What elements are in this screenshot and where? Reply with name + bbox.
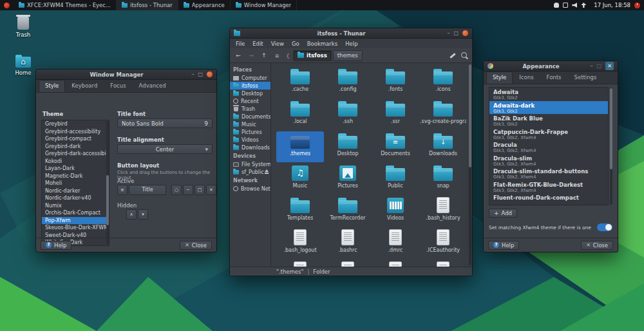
file-view-scroll-thumb[interactable] (469, 64, 471, 167)
title-alignment-combo[interactable]: Center ▼ (117, 144, 213, 154)
help-button[interactable]: ? Help (41, 241, 71, 250)
file-item[interactable]: Public (372, 164, 419, 194)
wm-theme-item[interactable]: Moheli (42, 180, 109, 187)
breadcrumb-current[interactable]: itsfoss (293, 50, 332, 61)
style-theme-item[interactable]: BaZik Dark Blue Gtk3, Gtk2 (489, 114, 608, 128)
wm-tab[interactable]: Focus (104, 80, 132, 92)
stick-button[interactable]: ○ (171, 185, 182, 195)
file-item[interactable]: .fonts (372, 67, 419, 98)
sidebar-item[interactable]: Videos (230, 136, 270, 144)
edit-path-icon[interactable] (448, 50, 458, 61)
taskbar-button[interactable]: Window Manager (231, 0, 297, 10)
style-theme-item[interactable]: Adwaita Gtk3, Gtk2 (489, 88, 608, 101)
title-font-button[interactable]: Noto Sans Bold 9 (117, 118, 213, 128)
file-item[interactable]: ↓ Downloads (419, 131, 467, 162)
wm-theme-item[interactable]: Layan-Dark (42, 165, 109, 173)
minimize-icon[interactable]: – (447, 31, 450, 36)
volume-icon[interactable] (572, 3, 577, 8)
display-icon[interactable] (563, 3, 568, 8)
sidebar-item[interactable]: Recent (230, 97, 270, 105)
style-theme-item[interactable]: Dracula-slim Gtk3, Gtk2, Xfwm4 (489, 154, 608, 167)
sidebar-item[interactable]: Trash (230, 105, 270, 113)
wm-titlebar[interactable]: Window Manager – □ (36, 70, 216, 80)
menubar-item[interactable]: View (268, 41, 287, 47)
file-view-scrollbar[interactable] (469, 64, 471, 265)
wm-theme-item[interactable]: Orchis-Dark-Compact (42, 209, 109, 217)
taskbar-button[interactable]: Appearance (178, 0, 231, 10)
file-item[interactable]: snap (419, 164, 467, 194)
file-item[interactable]: Pictures (324, 164, 372, 194)
shade-button[interactable]: ∧ (126, 209, 137, 220)
network-icon[interactable] (581, 3, 586, 8)
home-button[interactable]: ⌂ (271, 50, 283, 61)
wm-theme-item[interactable]: Kokodi (42, 158, 109, 166)
sidebar-item[interactable]: itsfoss (230, 82, 270, 90)
sidebar-item[interactable]: Computer (230, 74, 270, 82)
partial-file-item[interactable] (324, 260, 372, 267)
style-theme-item[interactable]: Catppuccin-Dark-Frappe Gtk3, Gtk2, Xfwm4 (489, 128, 608, 141)
help-button[interactable]: ? Help (488, 241, 519, 250)
wm-theme-item[interactable]: Magnetic-Dark (42, 173, 109, 180)
wm-theme-item[interactable]: Greybird (42, 120, 109, 128)
close-dialog-button[interactable]: ✕ Close (180, 241, 212, 250)
close-dialog-button[interactable]: ✕ Close (581, 241, 613, 250)
xfwm-match-toggle[interactable] (597, 223, 612, 231)
menubar-item[interactable]: File (232, 41, 248, 47)
close-button[interactable]: ✕ (206, 185, 216, 195)
sidebar-item[interactable]: Browse Netw... (230, 185, 270, 193)
style-theme-item[interactable]: Dracula-slim-standard-buttons Gtk3, Gtk2… (489, 167, 608, 180)
maximize-button[interactable]: □ (194, 185, 205, 195)
style-list-scroll-thumb[interactable] (610, 88, 612, 169)
sidebar-item[interactable]: Music (230, 120, 270, 128)
menubar-item[interactable]: Edit (249, 41, 266, 47)
file-item[interactable]: .ssh (324, 99, 372, 130)
search-icon[interactable] (459, 50, 469, 61)
file-item[interactable]: TermRecorder (324, 196, 372, 227)
add-theme-button[interactable]: + Add (489, 209, 517, 218)
user-icon[interactable] (554, 3, 559, 8)
file-item[interactable]: .cache (276, 67, 324, 98)
file-item[interactable]: .ICEauthority (419, 228, 467, 259)
style-theme-item[interactable]: Dracula Gtk3, Gtk2, Xfwm4 (489, 140, 608, 154)
partial-file-item[interactable] (419, 260, 467, 267)
appearance-tab[interactable]: Settings (568, 71, 603, 84)
sidebar-item[interactable]: Desktop (230, 90, 270, 97)
title-button[interactable]: Title (129, 185, 166, 195)
style-theme-item[interactable]: Fluent-round-Dark-compact (489, 193, 608, 205)
thunar-titlebar[interactable]: itsfoss - Thunar – □ (230, 28, 472, 39)
wm-theme-item[interactable]: Pop-Xfwm (42, 217, 109, 225)
wm-list-scroll-thumb[interactable] (106, 175, 109, 225)
wm-list-scrollbar[interactable] (106, 121, 109, 245)
wm-theme-item[interactable]: Greybird-dark (42, 143, 109, 151)
power-icon[interactable] (634, 3, 640, 8)
file-item[interactable]: .svg-create-program (419, 99, 467, 130)
file-item[interactable]: .dmrc (372, 228, 419, 259)
close-icon[interactable]: ✕ (605, 62, 614, 70)
style-theme-list[interactable]: Adwaita Gtk3, Gtk2 Adwaita-dark Gtk3, Gt… (489, 87, 609, 205)
minimize-icon[interactable]: – (191, 72, 194, 77)
taskbar-button[interactable]: XFCE:XFWM4 Themes - Eyec... (14, 0, 117, 10)
sidebar-item[interactable]: File System (230, 160, 270, 168)
back-button[interactable]: ← (232, 50, 244, 61)
wm-theme-list[interactable]: Greybird Greybird-accessibility Greybird… (41, 120, 109, 246)
appearance-tab[interactable]: Fonts (540, 71, 568, 84)
partial-file-item[interactable] (276, 260, 324, 267)
menubar-item[interactable]: Help (342, 41, 361, 47)
applications-menu-icon[interactable] (4, 3, 10, 8)
wm-theme-item[interactable]: Nordic-darker-v40 (42, 194, 109, 202)
file-item[interactable]: Templates (276, 196, 324, 227)
file-item[interactable]: .themes (276, 131, 324, 162)
sidebar-item[interactable]: Pictures (230, 128, 270, 136)
sidebar-item[interactable]: Documents (230, 113, 270, 120)
menubar-item[interactable]: Go (289, 41, 303, 47)
file-item[interactable]: .ssr (372, 99, 419, 130)
partial-file-item[interactable] (372, 260, 419, 267)
wm-theme-item[interactable]: Nordic-darker (42, 187, 109, 195)
minimize-icon[interactable]: – (590, 64, 592, 69)
appearance-tab[interactable]: Icons (513, 71, 540, 84)
close-icon[interactable] (207, 71, 213, 77)
clock[interactable]: 17 Jun, 18:58 (594, 2, 630, 8)
pathbar-scroll-left-icon[interactable]: ❬ (284, 50, 292, 61)
file-item[interactable]: Desktop (324, 131, 372, 162)
style-list-scrollbar[interactable] (610, 88, 612, 205)
